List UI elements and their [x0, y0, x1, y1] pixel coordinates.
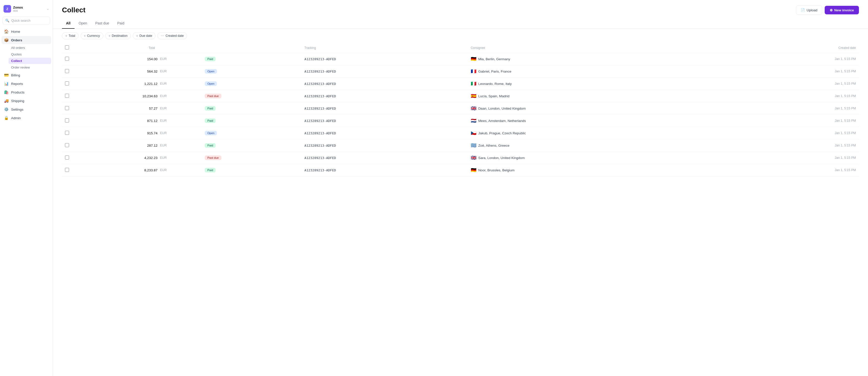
row-checkbox[interactable] — [65, 106, 69, 110]
tab-paid[interactable]: Paid — [113, 19, 128, 29]
consignee-name: Leonardo, Rome, Italy — [478, 82, 512, 86]
products-icon: 🛍️ — [4, 90, 8, 94]
row-checkbox[interactable] — [65, 155, 69, 160]
sidebar-item-orders[interactable]: 📦 Orders — [1, 36, 51, 44]
new-invoice-button[interactable]: ⊕ New invoice — [825, 6, 859, 15]
invoice-tracking[interactable]: A123289213-ADFED — [302, 139, 468, 152]
invoice-date: Jan 1, 5:15 PM — [739, 164, 859, 176]
invoice-consignee: 🇪🇸 Lucía, Spain, Madrid — [468, 90, 739, 102]
orders-sub-nav: All orders Quotes Collect Order review — [1, 45, 51, 70]
invoice-consignee: 🇩🇪 Noor, Brussles, Belgium — [468, 164, 739, 176]
sidebar-item-reports[interactable]: 📊 Reports — [1, 80, 51, 88]
country-flag: 🇨🇿 — [471, 130, 476, 136]
invoices-table-container: Total Tracking Consignee Created date 15… — [53, 43, 868, 376]
reports-icon: 📊 — [4, 81, 8, 86]
sidebar-item-label: Reports — [11, 82, 23, 86]
invoice-tracking[interactable]: A123289213-ADFED — [302, 115, 468, 127]
row-checkbox[interactable] — [65, 143, 69, 147]
invoice-tracking[interactable]: A123289213-ADFED — [302, 152, 468, 164]
row-checkbox[interactable] — [65, 131, 69, 135]
sidebar-item-all-orders[interactable]: All orders — [8, 45, 51, 51]
filter-created-date[interactable]: ⋯ Created date — [157, 32, 187, 39]
sidebar-item-label: Orders — [11, 38, 22, 42]
orders-icon: 📦 — [4, 38, 8, 42]
sidebar-item-admin[interactable]: 🔒 Admin — [1, 114, 51, 122]
row-checkbox[interactable] — [65, 81, 69, 85]
tab-all[interactable]: All — [62, 19, 74, 29]
filter-currency[interactable]: + Currency — [81, 32, 103, 39]
sidebar-item-order-review[interactable]: Order review — [8, 64, 51, 70]
table-row: 915.74 EUR Open A123289213-ADFED 🇨🇿 Jaku… — [62, 127, 859, 139]
plus-icon: + — [84, 34, 86, 38]
sidebar-item-shipping[interactable]: 🚚 Shipping — [1, 97, 51, 105]
invoice-consignee: 🇳🇱 Mees, Amsterdam, Netherlands — [468, 115, 739, 127]
brand-avatar: Z — [3, 5, 11, 12]
brand[interactable]: Z Zonos 909 — [3, 5, 23, 12]
search-icon: 🔍 — [5, 19, 9, 23]
invoice-total: 564.32 — [72, 65, 159, 78]
sidebar-item-settings[interactable]: ⚙️ Settings — [1, 105, 51, 113]
search-placeholder: Quick search — [11, 19, 30, 23]
invoice-currency: EUR — [159, 65, 202, 78]
sidebar-item-home[interactable]: 🏠 Home — [1, 27, 51, 35]
invoice-date: Jan 1, 5:15 PM — [739, 127, 859, 139]
invoice-currency: EUR — [159, 127, 202, 139]
sidebar-item-quotes[interactable]: Quotes — [8, 51, 51, 57]
tab-past-due[interactable]: Past due — [91, 19, 113, 29]
consignee-name: Mia, Berlin, Germany — [478, 57, 510, 61]
row-checkbox[interactable] — [65, 168, 69, 172]
invoice-tracking[interactable]: A123289213-ADFED — [302, 90, 468, 102]
brand-id: 909 — [13, 9, 23, 12]
table-row: 154.00 EUR Paid A123289213-ADFED 🇩🇪 Mia,… — [62, 53, 859, 65]
row-checkbox[interactable] — [65, 69, 69, 73]
invoices-table: Total Tracking Consignee Created date 15… — [62, 43, 859, 176]
col-currency — [159, 43, 202, 53]
invoice-tracking[interactable]: A123289213-ADFED — [302, 127, 468, 139]
country-flag: 🇮🇹 — [471, 81, 476, 86]
row-checkbox[interactable] — [65, 118, 69, 122]
invoice-tracking[interactable]: A123289213-ADFED — [302, 102, 468, 115]
plus-circle-icon: ⊕ — [830, 8, 833, 12]
select-all-checkbox[interactable] — [65, 46, 69, 49]
status-badge: Past due — [205, 94, 221, 98]
consignee-name: Lucía, Spain, Madrid — [478, 94, 509, 98]
invoice-status: Paid — [202, 115, 301, 127]
filter-destination[interactable]: + Destination — [105, 32, 131, 39]
status-badge: Paid — [205, 57, 216, 61]
invoice-tracking[interactable]: A123289213-ADFED — [302, 164, 468, 176]
invoice-date: Jan 1, 5:15 PM — [739, 78, 859, 90]
sidebar-item-billing[interactable]: 💳 Billing — [1, 71, 51, 79]
filter-label: Created date — [165, 34, 184, 37]
invoice-tracking[interactable]: A123289213-ADFED — [302, 65, 468, 78]
invoice-currency: EUR — [159, 102, 202, 115]
brand-name: Zonos — [13, 5, 23, 9]
filter-label: Currency — [87, 34, 100, 37]
sidebar-item-collect[interactable]: Collect — [8, 58, 51, 64]
chevron-down-icon[interactable]: ⌄ — [46, 7, 49, 10]
country-flag: 🇩🇪 — [471, 167, 476, 173]
invoice-consignee: 🇩🇪 Mia, Berlin, Germany — [468, 53, 739, 65]
col-tracking: Tracking — [302, 43, 468, 53]
row-checkbox[interactable] — [65, 57, 69, 61]
invoice-status: Open — [202, 78, 301, 90]
sidebar-item-label: Settings — [11, 108, 24, 111]
country-flag: 🇪🇸 — [471, 93, 476, 99]
invoice-date: Jan 1, 5:15 PM — [739, 115, 859, 127]
invoice-tracking[interactable]: A123289213-ADFED — [302, 53, 468, 65]
invoice-tracking[interactable]: A123289213-ADFED — [302, 78, 468, 90]
sidebar-item-products[interactable]: 🛍️ Products — [1, 88, 51, 96]
status-badge: Paid — [205, 143, 216, 148]
consignee-name: Sara, London, United Kingdom — [478, 156, 525, 160]
table-row: 10,234.63 EUR Past due A123289213-ADFED … — [62, 90, 859, 102]
country-flag: 🇳🇱 — [471, 118, 476, 123]
tabs: All Open Past due Paid — [53, 15, 868, 29]
tab-open[interactable]: Open — [74, 19, 91, 29]
filter-total[interactable]: + Total — [62, 32, 79, 39]
table-row: 1,221.12 EUR Open A123289213-ADFED 🇮🇹 Le… — [62, 78, 859, 90]
quick-search[interactable]: 🔍 Quick search — [2, 17, 50, 24]
invoice-consignee: 🇨🇿 Jakub, Prague, Czech Republic — [468, 127, 739, 139]
upload-button[interactable]: 📄 Upload — [796, 5, 822, 15]
row-checkbox[interactable] — [65, 94, 69, 98]
filter-due-date[interactable]: + Due date — [133, 32, 155, 39]
invoice-currency: EUR — [159, 164, 202, 176]
